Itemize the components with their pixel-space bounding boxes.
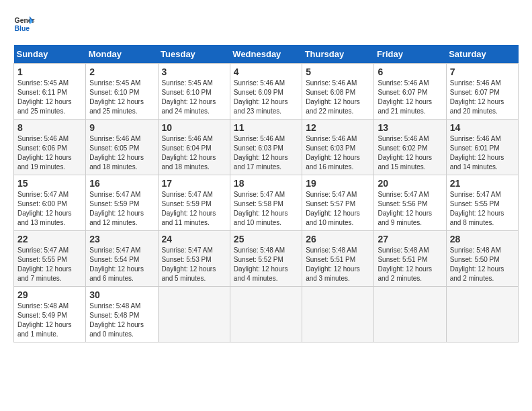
day-number: 11	[234, 122, 298, 133]
day-info: Sunrise: 5:46 AMSunset: 6:06 PMDaylight:…	[17, 134, 82, 172]
day-number: 20	[378, 178, 442, 189]
day-number: 18	[234, 178, 298, 189]
col-wednesday: Wednesday	[230, 45, 302, 64]
col-monday: Monday	[86, 45, 158, 64]
calendar-cell: 6Sunrise: 5:46 AMSunset: 6:07 PMDaylight…	[374, 64, 446, 120]
calendar-cell: 3Sunrise: 5:45 AMSunset: 6:10 PMDaylight…	[158, 64, 230, 120]
calendar-cell: 15Sunrise: 5:47 AMSunset: 6:00 PMDayligh…	[14, 175, 86, 231]
calendar-cell: 17Sunrise: 5:47 AMSunset: 5:59 PMDayligh…	[158, 175, 230, 231]
day-number: 17	[162, 178, 226, 189]
day-info: Sunrise: 5:47 AMSunset: 5:59 PMDaylight:…	[89, 190, 154, 228]
calendar-cell: 1Sunrise: 5:45 AMSunset: 6:11 PMDaylight…	[14, 64, 86, 120]
col-thursday: Thursday	[302, 45, 374, 64]
calendar-cell: 29Sunrise: 5:48 AMSunset: 5:49 PMDayligh…	[14, 287, 86, 342]
calendar-cell: 25Sunrise: 5:48 AMSunset: 5:52 PMDayligh…	[230, 231, 302, 287]
day-number: 14	[450, 122, 515, 133]
day-info: Sunrise: 5:46 AMSunset: 6:05 PMDaylight:…	[89, 134, 154, 172]
day-info: Sunrise: 5:48 AMSunset: 5:49 PMDaylight:…	[17, 302, 82, 339]
calendar-cell: 4Sunrise: 5:46 AMSunset: 6:09 PMDaylight…	[230, 64, 302, 120]
calendar-cell	[158, 287, 230, 342]
day-info: Sunrise: 5:47 AMSunset: 5:58 PMDaylight:…	[234, 190, 298, 228]
logo-icon: General Blue	[13, 13, 35, 35]
calendar-cell	[230, 287, 302, 342]
calendar-cell: 24Sunrise: 5:47 AMSunset: 5:53 PMDayligh…	[158, 231, 230, 287]
calendar-cell: 20Sunrise: 5:47 AMSunset: 5:56 PMDayligh…	[374, 175, 446, 231]
calendar-cell: 7Sunrise: 5:46 AMSunset: 6:07 PMDaylight…	[446, 64, 518, 120]
calendar-cell: 23Sunrise: 5:47 AMSunset: 5:54 PMDayligh…	[86, 231, 158, 287]
day-number: 12	[306, 122, 370, 133]
day-number: 26	[306, 234, 370, 244]
calendar-cell: 21Sunrise: 5:47 AMSunset: 5:55 PMDayligh…	[446, 175, 518, 231]
calendar-cell: 18Sunrise: 5:47 AMSunset: 5:58 PMDayligh…	[230, 175, 302, 231]
day-info: Sunrise: 5:46 AMSunset: 6:04 PMDaylight:…	[162, 134, 226, 172]
calendar-cell: 13Sunrise: 5:46 AMSunset: 6:02 PMDayligh…	[374, 120, 446, 175]
calendar-cell: 10Sunrise: 5:46 AMSunset: 6:04 PMDayligh…	[158, 120, 230, 175]
week-row-5: 29Sunrise: 5:48 AMSunset: 5:49 PMDayligh…	[14, 287, 519, 342]
day-number: 3	[162, 66, 226, 77]
calendar-cell: 22Sunrise: 5:47 AMSunset: 5:55 PMDayligh…	[14, 231, 86, 287]
day-number: 6	[378, 66, 442, 77]
day-number: 21	[450, 178, 515, 189]
day-info: Sunrise: 5:47 AMSunset: 5:55 PMDaylight:…	[17, 246, 82, 283]
day-number: 19	[306, 178, 370, 189]
week-row-1: 1Sunrise: 5:45 AMSunset: 6:11 PMDaylight…	[14, 64, 519, 120]
day-number: 28	[450, 234, 515, 244]
day-info: Sunrise: 5:47 AMSunset: 5:59 PMDaylight:…	[162, 190, 226, 228]
col-friday: Friday	[374, 45, 446, 64]
calendar-cell: 8Sunrise: 5:46 AMSunset: 6:06 PMDaylight…	[14, 120, 86, 175]
day-number: 13	[378, 122, 442, 133]
day-number: 7	[450, 66, 515, 77]
calendar-cell: 5Sunrise: 5:46 AMSunset: 6:08 PMDaylight…	[302, 64, 374, 120]
day-info: Sunrise: 5:45 AMSunset: 6:10 PMDaylight:…	[162, 79, 226, 116]
day-number: 5	[306, 66, 370, 77]
header-row: Sunday Monday Tuesday Wednesday Thursday…	[14, 45, 519, 64]
logo: General Blue	[13, 13, 35, 35]
day-number: 29	[17, 289, 82, 300]
day-info: Sunrise: 5:45 AMSunset: 6:10 PMDaylight:…	[89, 79, 154, 116]
day-info: Sunrise: 5:46 AMSunset: 6:03 PMDaylight:…	[306, 134, 370, 172]
day-info: Sunrise: 5:48 AMSunset: 5:50 PMDaylight:…	[450, 246, 515, 283]
day-number: 25	[234, 234, 298, 244]
day-info: Sunrise: 5:47 AMSunset: 5:54 PMDaylight:…	[89, 246, 154, 283]
day-number: 16	[89, 178, 154, 189]
col-tuesday: Tuesday	[158, 45, 230, 64]
day-info: Sunrise: 5:47 AMSunset: 5:57 PMDaylight:…	[306, 190, 370, 228]
calendar-cell: 28Sunrise: 5:48 AMSunset: 5:50 PMDayligh…	[446, 231, 518, 287]
svg-text:General: General	[15, 17, 35, 24]
day-info: Sunrise: 5:46 AMSunset: 6:08 PMDaylight:…	[306, 79, 370, 116]
calendar-cell: 12Sunrise: 5:46 AMSunset: 6:03 PMDayligh…	[302, 120, 374, 175]
calendar-cell: 9Sunrise: 5:46 AMSunset: 6:05 PMDaylight…	[86, 120, 158, 175]
day-number: 4	[234, 66, 298, 77]
page-header: General Blue	[13, 13, 519, 35]
day-number: 23	[89, 234, 154, 244]
week-row-3: 15Sunrise: 5:47 AMSunset: 6:00 PMDayligh…	[14, 175, 519, 231]
svg-text:Blue: Blue	[15, 25, 30, 32]
day-number: 24	[162, 234, 226, 244]
calendar-cell: 16Sunrise: 5:47 AMSunset: 5:59 PMDayligh…	[86, 175, 158, 231]
day-info: Sunrise: 5:48 AMSunset: 5:51 PMDaylight:…	[378, 246, 442, 283]
day-info: Sunrise: 5:48 AMSunset: 5:52 PMDaylight:…	[234, 246, 298, 283]
day-info: Sunrise: 5:48 AMSunset: 5:51 PMDaylight:…	[306, 246, 370, 283]
day-number: 10	[162, 122, 226, 133]
col-sunday: Sunday	[14, 45, 86, 64]
week-row-4: 22Sunrise: 5:47 AMSunset: 5:55 PMDayligh…	[14, 231, 519, 287]
day-info: Sunrise: 5:46 AMSunset: 6:07 PMDaylight:…	[450, 79, 515, 116]
day-number: 27	[378, 234, 442, 244]
calendar-cell: 30Sunrise: 5:48 AMSunset: 5:48 PMDayligh…	[86, 287, 158, 342]
calendar-cell: 14Sunrise: 5:46 AMSunset: 6:01 PMDayligh…	[446, 120, 518, 175]
calendar-cell: 2Sunrise: 5:45 AMSunset: 6:10 PMDaylight…	[86, 64, 158, 120]
calendar-cell	[302, 287, 374, 342]
day-info: Sunrise: 5:47 AMSunset: 5:56 PMDaylight:…	[378, 190, 442, 228]
day-number: 9	[89, 122, 154, 133]
calendar-cell	[374, 287, 446, 342]
day-number: 1	[17, 66, 82, 77]
week-row-2: 8Sunrise: 5:46 AMSunset: 6:06 PMDaylight…	[14, 120, 519, 175]
day-info: Sunrise: 5:46 AMSunset: 6:01 PMDaylight:…	[450, 134, 515, 172]
day-info: Sunrise: 5:45 AMSunset: 6:11 PMDaylight:…	[17, 79, 82, 116]
col-saturday: Saturday	[446, 45, 518, 64]
day-info: Sunrise: 5:46 AMSunset: 6:09 PMDaylight:…	[234, 79, 298, 116]
day-number: 15	[17, 178, 82, 189]
day-number: 2	[89, 66, 154, 77]
day-info: Sunrise: 5:46 AMSunset: 6:02 PMDaylight:…	[378, 134, 442, 172]
calendar-cell: 11Sunrise: 5:46 AMSunset: 6:03 PMDayligh…	[230, 120, 302, 175]
